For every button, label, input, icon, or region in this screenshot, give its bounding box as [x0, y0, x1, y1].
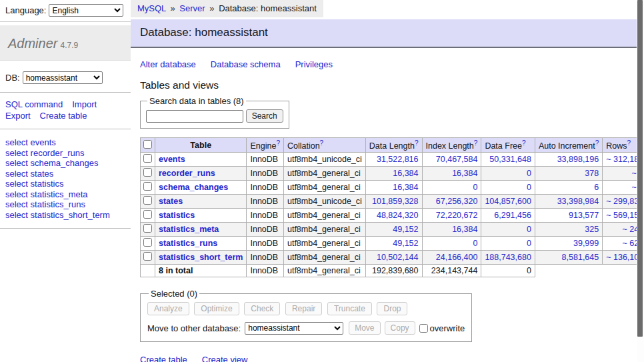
- search-input[interactable]: [146, 110, 243, 123]
- language-select[interactable]: English: [49, 4, 123, 17]
- table-row-statistics: statistics InnoDB utf8mb4_general_ci 48,…: [141, 209, 644, 223]
- data-length-link[interactable]: 10,502,144: [377, 253, 419, 262]
- data-length-link[interactable]: 49,152: [393, 239, 418, 248]
- help-link[interactable]: ?: [276, 139, 280, 147]
- move-button[interactable]: Move: [349, 321, 380, 335]
- table-name-link[interactable]: recorder_runs: [159, 169, 215, 178]
- row-select-checkbox[interactable]: [143, 196, 152, 205]
- data-free-link[interactable]: 104,857,600: [485, 197, 531, 206]
- table-name-link[interactable]: statistics_meta: [159, 225, 219, 234]
- index-length-link[interactable]: 16,384: [452, 225, 477, 234]
- sidebar-link-select-events[interactable]: select events: [5, 137, 124, 148]
- breadcrumb-current: Database: homeassistant: [219, 3, 317, 13]
- auto-increment-link[interactable]: 39,999: [573, 239, 599, 248]
- data-length-link[interactable]: 31,522,816: [377, 155, 419, 164]
- sidebar-link-select-recorder-runs[interactable]: select recorder_runs: [5, 148, 124, 159]
- sidebar-link-export[interactable]: Export: [5, 110, 31, 121]
- database-schema-link[interactable]: Database schema: [211, 59, 281, 69]
- table-name-link[interactable]: statistics_short_term: [159, 253, 243, 262]
- data-length-link[interactable]: 16,384: [393, 183, 418, 192]
- data-length-link[interactable]: 16,384: [393, 169, 418, 178]
- data-free-link[interactable]: 188,743,680: [485, 253, 531, 262]
- sidebar-link-create-table[interactable]: Create table: [40, 110, 87, 121]
- engine-cell: InnoDB: [247, 237, 284, 251]
- vertical-scrollbar[interactable]: [637, 0, 644, 362]
- row-select-checkbox[interactable]: [143, 168, 152, 177]
- data-length-link[interactable]: 101,859,328: [372, 197, 419, 206]
- table-name-link[interactable]: schema_changes: [159, 183, 228, 192]
- sidebar-link-select-schema-changes[interactable]: select schema_changes: [5, 158, 124, 169]
- total-engine-cell: InnoDB: [247, 265, 284, 277]
- auto-increment-link[interactable]: 33,398,984: [557, 197, 599, 206]
- index-length-link[interactable]: 24,166,400: [436, 253, 478, 262]
- help-link[interactable]: ?: [522, 139, 526, 147]
- create-table-link[interactable]: Create table: [140, 355, 187, 362]
- copy-button[interactable]: Copy: [385, 321, 415, 335]
- optimize-button[interactable]: Optimize: [194, 302, 239, 315]
- scrollbar-thumb[interactable]: [637, 0, 643, 337]
- row-select-checkbox[interactable]: [143, 210, 152, 219]
- auto-increment-link[interactable]: 913,577: [569, 211, 599, 220]
- data-free-link[interactable]: 6,291,456: [494, 211, 531, 220]
- auto-increment-link[interactable]: 325: [585, 225, 599, 234]
- index-length-link[interactable]: 70,467,584: [436, 155, 478, 164]
- privileges-link[interactable]: Privileges: [295, 59, 333, 69]
- table-name-link[interactable]: events: [159, 155, 185, 164]
- breadcrumb-mysql-link[interactable]: MySQL: [137, 3, 166, 13]
- db-select[interactable]: homeassistant: [23, 71, 103, 84]
- row-select-checkbox[interactable]: [143, 224, 152, 233]
- alter-database-link[interactable]: Alter database: [140, 59, 196, 69]
- data-length-link[interactable]: 48,824,320: [377, 211, 419, 220]
- sidebar-link-import[interactable]: Import: [72, 99, 97, 110]
- data-free-link[interactable]: 0: [527, 239, 531, 248]
- help-link[interactable]: ?: [627, 139, 631, 147]
- index-length-link[interactable]: 0: [473, 239, 477, 248]
- header-engine: Engine?: [247, 138, 284, 153]
- search-button[interactable]: Search: [246, 109, 283, 123]
- language-row: Language:English: [0, 0, 131, 22]
- move-db-select[interactable]: homeassistant: [245, 322, 343, 335]
- data-free-link[interactable]: 0: [527, 183, 531, 192]
- row-select-checkbox[interactable]: [143, 154, 152, 163]
- sidebar-link-select-statistics-short-term[interactable]: select statistics_short_term: [5, 210, 124, 221]
- truncate-button[interactable]: Truncate: [327, 302, 372, 315]
- data-free-link[interactable]: 50,331,648: [489, 155, 531, 164]
- table-name-link[interactable]: statistics_runs: [159, 239, 217, 248]
- sidebar-link-sql-command[interactable]: SQL command: [5, 99, 63, 110]
- drop-button[interactable]: Drop: [377, 302, 407, 315]
- help-link[interactable]: ?: [415, 139, 419, 147]
- overwrite-checkbox[interactable]: [419, 324, 428, 333]
- index-length-link[interactable]: 16,384: [452, 169, 477, 178]
- index-length-link[interactable]: 72,220,672: [436, 211, 478, 220]
- analyze-button[interactable]: Analyze: [147, 302, 189, 315]
- auto-increment-link[interactable]: 33,898,196: [557, 155, 599, 164]
- data-free-link[interactable]: 0: [527, 225, 531, 234]
- row-select-checkbox[interactable]: [143, 182, 152, 191]
- help-link[interactable]: ?: [474, 139, 478, 147]
- sidebar-action-links: SQL commandImportExportCreate table: [0, 93, 131, 129]
- auto-increment-link[interactable]: 6: [594, 183, 599, 192]
- auto-increment-link[interactable]: 8,581,645: [562, 253, 599, 262]
- sidebar-link-select-statistics-runs[interactable]: select statistics_runs: [5, 199, 124, 210]
- breadcrumb-server-link[interactable]: Server: [179, 3, 205, 13]
- index-length-link[interactable]: 0: [473, 183, 477, 192]
- breadcrumb-separator: »: [209, 3, 214, 13]
- create-view-link[interactable]: Create view: [202, 355, 248, 362]
- row-select-checkbox[interactable]: [143, 238, 152, 247]
- data-length-link[interactable]: 49,152: [393, 225, 418, 234]
- sidebar-link-select-statistics-meta[interactable]: select statistics_meta: [5, 189, 124, 200]
- sidebar-link-select-statistics[interactable]: select statistics: [5, 179, 124, 189]
- auto-increment-link[interactable]: 378: [585, 169, 599, 178]
- repair-button[interactable]: Repair: [285, 302, 322, 315]
- help-link[interactable]: ?: [595, 139, 599, 147]
- check-button[interactable]: Check: [244, 302, 280, 315]
- table-name-link[interactable]: statistics: [159, 211, 195, 220]
- data-free-link[interactable]: 0: [527, 169, 531, 178]
- select-all-checkbox[interactable]: [143, 140, 152, 149]
- sidebar-link-select-states[interactable]: select states: [5, 169, 124, 179]
- index-length-link[interactable]: 67,256,320: [436, 197, 478, 206]
- table-name-link[interactable]: states: [159, 197, 183, 206]
- main-content: MySQL » Server » Database: homeassistant…: [131, 0, 644, 362]
- row-select-checkbox[interactable]: [143, 252, 152, 261]
- help-link[interactable]: ?: [320, 139, 324, 147]
